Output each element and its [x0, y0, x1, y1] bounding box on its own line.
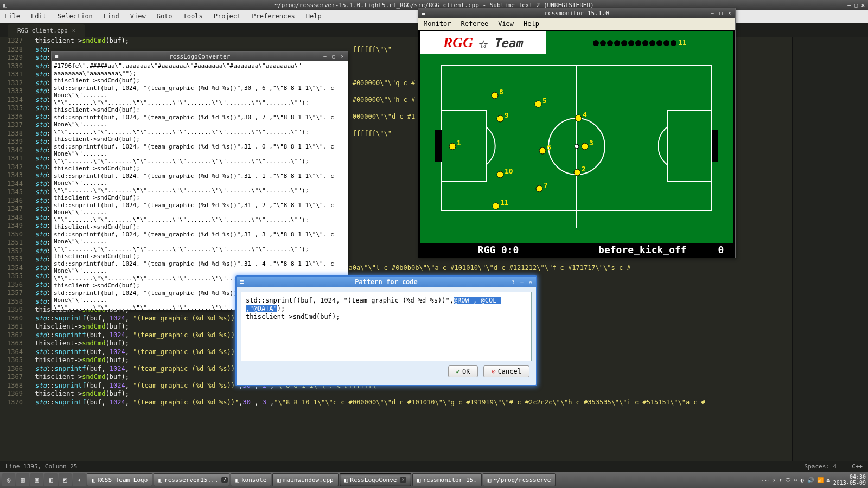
menu-icon[interactable]: ≡	[422, 10, 425, 17]
score-left: RGG 0:0	[420, 244, 577, 255]
rcssmonitor-window[interactable]: ≡ rcssmonitor 15.1.0 – ▢ ✕ MonitorRefere…	[418, 8, 736, 258]
soccer-field[interactable]: 1891011567432	[420, 54, 733, 243]
taskbar[interactable]: ◎ ▦ ▣ ◧ ◩ ✦ ◧ RCSS Team Logo◧ rcssserver…	[0, 472, 868, 488]
logo-text-rgg: RGG	[443, 35, 473, 51]
launcher-icon[interactable]: ▦	[16, 473, 29, 486]
dialog-title: Pattern for code	[355, 278, 418, 286]
minimize-icon[interactable]: –	[847, 2, 851, 9]
rcss-menu-referee[interactable]: Referee	[461, 20, 489, 28]
score-dot	[600, 40, 606, 46]
menu-project[interactable]: Project	[214, 12, 241, 20]
status-cursor: Line 1395, Column 25	[5, 463, 77, 470]
rcss-menu-monitor[interactable]: Monitor	[424, 20, 451, 28]
tray-icon[interactable]: ⚡	[773, 477, 776, 483]
tray-icon[interactable]: 🔊	[807, 477, 814, 483]
launcher-icon[interactable]: ✦	[73, 473, 86, 486]
taskbar-item[interactable]: ◧ rcssmonitor 15.	[412, 473, 482, 486]
rcss-menu-help[interactable]: Help	[524, 20, 539, 28]
menu-icon[interactable]: ≡	[240, 278, 244, 286]
field-container: RGG ☆ Team 11 1891011567432 RGG 0:0 befo…	[418, 30, 735, 258]
launcher-icon[interactable]: ▣	[30, 473, 43, 486]
svg-text:1: 1	[457, 139, 461, 147]
taskbar-item[interactable]: ◧ RCSS Team Logo	[87, 473, 152, 486]
svg-text:2: 2	[582, 165, 586, 173]
dot-count: 11	[679, 39, 686, 47]
menu-help[interactable]: Help	[306, 12, 322, 20]
rcss-menubar[interactable]: MonitorRefereeViewHelp	[418, 18, 735, 30]
tray-icon[interactable]: ◐	[801, 477, 804, 483]
pager[interactable]: ▭▭	[763, 477, 769, 483]
taskbar-item[interactable]: ◧ ~/prog/rcssserve	[483, 473, 556, 486]
player-4	[575, 115, 582, 121]
clock[interactable]: 04:30 2013-05-09	[833, 474, 866, 486]
close-icon[interactable]: ✕	[527, 279, 534, 285]
player-10	[497, 171, 503, 178]
menu-file[interactable]: File	[4, 12, 20, 20]
window-titlebar[interactable]: ≡ rcssLogoConverter – ▢ ✕	[52, 52, 348, 61]
svg-text:10: 10	[505, 167, 513, 175]
status-lang[interactable]: C++	[852, 463, 863, 470]
player-8	[492, 92, 498, 99]
svg-rect-3	[442, 111, 486, 181]
tray-icon[interactable]: ⏏	[827, 477, 830, 483]
menu-goto[interactable]: Goto	[157, 12, 173, 20]
score-dot	[656, 40, 662, 46]
score-dot	[607, 40, 613, 46]
launcher-icon[interactable]: ◩	[59, 473, 72, 486]
cancel-button[interactable]: ⊘Cancel	[483, 365, 529, 377]
player-5	[535, 101, 541, 107]
pattern-dialog[interactable]: ≡ Pattern for code ? – ✕ std::snprintf(b…	[235, 275, 537, 386]
minimize-icon[interactable]: –	[519, 279, 525, 285]
taskbar-item[interactable]: ◧ RcssLogoConve 2	[340, 473, 411, 486]
minimize-icon[interactable]: –	[322, 53, 328, 60]
minimize-icon[interactable]: –	[709, 10, 716, 16]
player-1	[449, 143, 456, 150]
app-icon: ◧	[235, 477, 239, 484]
menu-tools[interactable]: Tools	[183, 12, 203, 20]
app-icon: ◧	[417, 477, 421, 484]
maximize-icon[interactable]: ▢	[854, 2, 858, 9]
logo-converter-window[interactable]: ≡ rcssLogoConverter – ▢ ✕ #1796fe\".####…	[51, 51, 348, 310]
team-logo: RGG ☆ Team	[420, 31, 546, 54]
maximize-icon[interactable]: ▢	[718, 10, 724, 16]
score-bar: RGG 0:0 before_kick_off 0	[420, 243, 733, 256]
menu-edit[interactable]: Edit	[31, 12, 47, 20]
tray-icon[interactable]: 📶	[817, 477, 824, 483]
taskbar-item[interactable]: ◧ mainwindow.cpp	[272, 473, 338, 486]
score-dot	[614, 40, 620, 46]
help-icon[interactable]: ?	[510, 279, 516, 285]
pattern-textarea[interactable]: std::snprintf(buf, 1024, "(team_graphic …	[241, 292, 532, 361]
window-titlebar[interactable]: ≡ rcssmonitor 15.1.0 – ▢ ✕	[418, 8, 735, 18]
score-dot	[671, 40, 676, 46]
close-icon[interactable]: ✕	[726, 10, 733, 16]
svg-rect-6	[712, 130, 718, 162]
tab-file[interactable]: RGG_client.cpp ×	[8, 24, 85, 37]
launcher-icon[interactable]: ◧	[44, 473, 58, 486]
check-icon: ✔	[456, 368, 460, 375]
start-button[interactable]: ◎	[2, 473, 15, 486]
menu-icon[interactable]: ≡	[55, 53, 59, 60]
menu-find[interactable]: Find	[104, 12, 119, 20]
system-tray[interactable]: ▭▭ ⚡ ⬆ 🛡 ✂ ◐ 🔊 📶 ⏏ 04:30 2013-05-09	[763, 474, 866, 486]
tray-icon[interactable]: ⬆	[779, 477, 782, 483]
taskbar-item[interactable]: ◧ konsole	[231, 473, 271, 486]
status-spaces[interactable]: Spaces: 4	[805, 463, 837, 470]
menu-preferences[interactable]: Preferences	[252, 12, 295, 20]
minimap[interactable]	[792, 37, 868, 461]
tray-icon[interactable]: ✂	[794, 477, 797, 483]
app-icon: ◧	[92, 477, 95, 484]
tray-icon[interactable]: 🛡	[786, 477, 791, 483]
taskbar-item[interactable]: ◧ rcssserver15... 2	[154, 473, 229, 486]
menu-selection[interactable]: Selection	[58, 12, 93, 20]
close-icon[interactable]: ✕	[861, 2, 865, 9]
ok-button[interactable]: ✔OK	[448, 365, 478, 377]
logo-converter-text[interactable]: #1796fe\".#####aa\".aaaaaaa\"#aaaaaaa\"#…	[52, 61, 348, 310]
menu-view[interactable]: View	[130, 12, 146, 20]
close-tab-icon[interactable]: ×	[72, 28, 75, 34]
svg-text:9: 9	[505, 111, 509, 119]
maximize-icon[interactable]: ▢	[330, 53, 337, 60]
dialog-titlebar[interactable]: ≡ Pattern for code ? – ✕	[237, 277, 536, 287]
svg-text:3: 3	[589, 139, 593, 147]
rcss-menu-view[interactable]: View	[498, 20, 514, 28]
close-icon[interactable]: ✕	[339, 53, 346, 60]
